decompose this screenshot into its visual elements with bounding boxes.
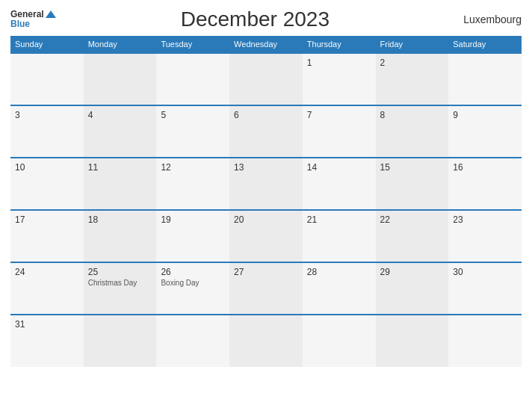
col-friday: Friday [376,36,449,53]
calendar-day-cell: 27 [229,262,303,315]
calendar-day-cell: 14 [303,158,376,210]
calendar-day-cell [156,53,229,105]
calendar-day-cell: 23 [448,210,522,262]
day-number: 31 [15,319,79,330]
logo-blue: Blue [10,19,56,29]
calendar-day-cell: 10 [10,158,84,210]
col-saturday: Saturday [448,36,522,53]
calendar-day-cell [229,315,303,367]
calendar-day-cell [448,315,522,367]
day-number: 8 [380,110,445,120]
day-number: 4 [88,110,152,120]
calendar-day-cell: 21 [303,210,376,262]
calendar-week-row: 10111213141516 [10,158,522,210]
calendar-week-row: 2425Christmas Day26Boxing Day27282930 [10,262,522,315]
day-number: 18 [88,214,152,225]
day-number: 6 [234,110,298,120]
day-number: 10 [15,162,79,173]
day-number: 24 [15,267,79,277]
calendar-day-cell: 25Christmas Day [84,262,157,315]
day-number: 27 [234,267,298,277]
calendar-week-row: 3456789 [10,105,522,158]
day-number: 25 [88,267,152,277]
day-number: 5 [161,110,225,120]
day-number: 23 [453,214,517,225]
calendar-day-cell: 30 [448,262,522,315]
calendar-day-cell: 3 [10,105,84,158]
calendar-page: General Blue December 2023 Luxembourg Su… [0,0,532,411]
calendar-table: Sunday Monday Tuesday Wednesday Thursday… [10,36,522,367]
day-number: 14 [307,162,371,173]
calendar-day-cell: 5 [156,105,229,158]
day-number: 21 [307,214,371,225]
col-thursday: Thursday [303,36,376,53]
calendar-day-cell: 17 [10,210,84,262]
col-tuesday: Tuesday [156,36,229,53]
calendar-day-cell: 4 [84,105,157,158]
col-wednesday: Wednesday [229,36,303,53]
country-label: Luxembourg [454,13,522,25]
col-monday: Monday [84,36,157,53]
calendar-day-cell: 20 [229,210,303,262]
calendar-day-cell: 13 [229,158,303,210]
calendar-day-cell: 31 [10,315,84,367]
logo-triangle-icon [46,10,56,18]
calendar-day-cell [84,53,157,105]
calendar-day-cell: 7 [303,105,376,158]
day-number: 11 [88,162,152,173]
day-number: 26 [161,267,225,277]
header: General Blue December 2023 Luxembourg [10,7,522,31]
calendar-day-cell: 12 [156,158,229,210]
day-number: 3 [15,110,79,120]
day-number: 9 [453,110,517,120]
calendar-day-cell: 19 [156,210,229,262]
calendar-day-cell [229,53,303,105]
day-number: 16 [453,162,517,173]
calendar-day-cell: 28 [303,262,376,315]
day-number: 22 [380,214,445,225]
calendar-day-cell [84,315,157,367]
calendar-day-cell: 22 [376,210,449,262]
day-number: 17 [15,214,79,225]
day-number: 28 [307,267,371,277]
day-number: 30 [453,267,517,277]
calendar-day-cell: 1 [303,53,376,105]
day-number: 20 [234,214,298,225]
calendar-day-cell: 15 [376,158,449,210]
calendar-day-cell: 11 [84,158,157,210]
calendar-day-cell: 16 [448,158,522,210]
day-number: 12 [161,162,225,173]
calendar-week-row: 12 [10,53,522,105]
calendar-day-cell: 9 [448,105,522,158]
logo: General Blue [10,10,56,29]
day-number: 19 [161,214,225,225]
calendar-day-cell: 26Boxing Day [156,262,229,315]
calendar-day-cell [303,315,376,367]
calendar-day-cell [156,315,229,367]
calendar-day-cell: 8 [376,105,449,158]
calendar-day-cell: 29 [376,262,449,315]
calendar-day-cell [448,53,522,105]
calendar-day-cell: 24 [10,262,84,315]
col-sunday: Sunday [10,36,84,53]
calendar-day-cell: 2 [376,53,449,105]
calendar-week-row: 31 [10,315,522,367]
calendar-day-cell: 18 [84,210,157,262]
calendar-day-cell [10,53,84,105]
holiday-label: Boxing Day [161,279,225,287]
holiday-label: Christmas Day [88,279,152,287]
calendar-day-cell [376,315,449,367]
day-number: 2 [380,58,445,68]
calendar-week-row: 17181920212223 [10,210,522,262]
day-number: 13 [234,162,298,173]
days-header-row: Sunday Monday Tuesday Wednesday Thursday… [10,36,522,53]
day-number: 1 [307,58,371,68]
day-number: 15 [380,162,445,173]
day-number: 7 [307,110,371,120]
calendar-day-cell: 6 [229,105,303,158]
day-number: 29 [380,267,445,277]
calendar-title: December 2023 [56,7,454,31]
